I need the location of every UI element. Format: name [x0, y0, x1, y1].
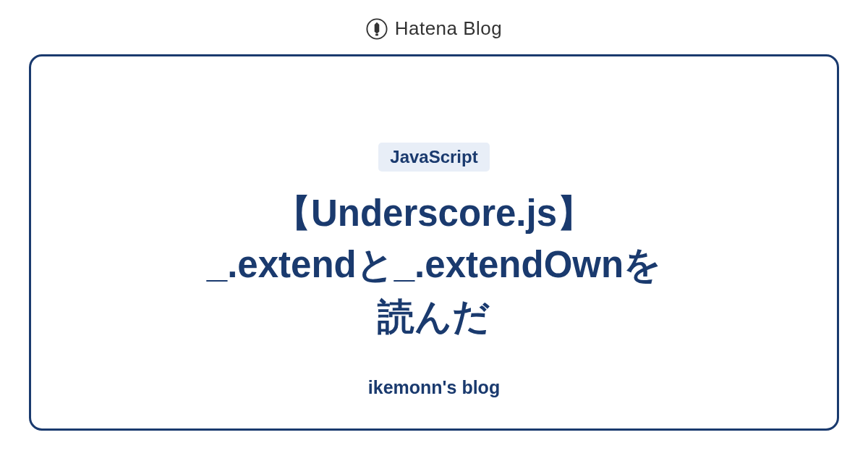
- category-tag: JavaScript: [378, 143, 489, 172]
- blog-name: ikemonn's blog: [368, 377, 500, 398]
- site-logo-text: Hatena Blog: [395, 17, 503, 40]
- article-title: 【Underscore.js】 _.extendと_.extendOwnを 読ん…: [207, 187, 661, 342]
- site-header: Hatena Blog: [366, 0, 503, 54]
- og-card: JavaScript 【Underscore.js】 _.extendと_.ex…: [29, 54, 839, 431]
- card-content: JavaScript 【Underscore.js】 _.extendと_.ex…: [207, 143, 661, 342]
- hatena-logo-icon: [366, 18, 388, 40]
